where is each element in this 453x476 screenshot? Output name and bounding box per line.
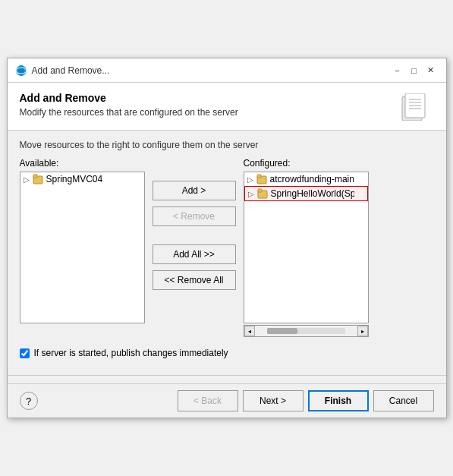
list-item[interactable]: ▷ atcrowdfunding-main(a [244,172,368,186]
title-bar-left: Add and Remove... [15,65,110,77]
title-text: Add and Remove... [32,65,110,76]
publish-checkbox[interactable] [20,348,30,358]
available-panel: Available: ▷ SpringMVC04 [20,158,145,323]
footer-left: ? [20,392,38,410]
close-button[interactable]: ✕ [423,63,439,78]
header-icon [398,92,434,122]
add-all-button[interactable]: Add All >> [153,244,236,264]
dialog: Add and Remove... − □ ✕ Add and Remove M… [7,58,447,418]
eclipse-icon [15,65,27,77]
expand-arrow: ▷ [248,190,254,198]
svg-point-1 [18,65,24,76]
svg-rect-10 [33,175,37,178]
project-icon [257,188,268,199]
footer: ? < Back Next > Finish Cancel [8,383,446,418]
configured-scrollbar[interactable]: ◂ ▸ [244,325,369,337]
configured-item-1-name: SpringHelloWorld(Spri [271,188,354,199]
separator [8,375,446,376]
remove-button[interactable]: < Remove [153,206,236,226]
documents-icon [399,93,433,121]
svg-rect-14 [258,189,262,192]
title-controls: − □ ✕ [390,63,439,78]
svg-rect-12 [257,175,261,178]
cancel-button[interactable]: Cancel [373,390,434,411]
middle-buttons: Add > < Remove Add All >> << Remove All [145,158,244,290]
header-section: Add and Remove Modify the resources that… [8,83,446,131]
header-title: Add and Remove [20,92,238,104]
configured-panel: Configured: ▷ atcrowdfunding-main(a ▷ [244,158,369,337]
header-text: Add and Remove Modify the resources that… [20,92,238,118]
configured-label: Configured: [244,158,369,169]
minimize-button[interactable]: − [390,63,405,78]
bottom-buttons-group: Add All >> << Remove All [153,244,236,290]
help-button[interactable]: ? [20,392,38,410]
configured-item-0-name: atcrowdfunding-main(a [270,174,354,184]
checkbox-label: If server is started, publish changes im… [34,348,228,358]
content-area: Move resources to the right to configure… [8,131,446,367]
header-subtitle: Modify the resources that are configured… [20,107,238,118]
scrollbar-track [267,328,345,334]
scrollbar-thumb[interactable] [267,328,297,334]
expand-arrow: ▷ [247,175,253,184]
configured-list[interactable]: ▷ atcrowdfunding-main(a ▷ Spri [244,172,369,323]
project-icon [33,174,43,184]
scroll-left-button[interactable]: ◂ [244,326,255,336]
add-button[interactable]: Add > [153,181,236,200]
list-item-selected[interactable]: ▷ SpringHelloWorld(Spri [244,186,368,201]
available-list[interactable]: ▷ SpringMVC04 [20,172,145,323]
next-button[interactable]: Next > [243,390,304,411]
back-button[interactable]: < Back [178,390,238,411]
list-item[interactable]: ▷ SpringMVC04 [20,172,144,186]
scroll-right-button[interactable]: ▸ [357,326,368,336]
footer-right: < Back Next > Finish Cancel [178,390,434,411]
title-bar: Add and Remove... − □ ✕ [8,58,446,83]
project-icon [256,174,267,184]
expand-arrow: ▷ [24,175,30,184]
maximize-button[interactable]: □ [407,63,422,78]
available-item-name: SpringMVC04 [46,174,103,184]
finish-button[interactable]: Finish [308,390,369,411]
panels-area: Available: ▷ SpringMVC04 Add > < Remove [20,158,434,337]
instruction-text: Move resources to the right to configure… [20,140,434,150]
checkbox-row: If server is started, publish changes im… [20,348,434,358]
remove-all-button[interactable]: << Remove All [153,270,236,290]
available-label: Available: [20,158,145,169]
